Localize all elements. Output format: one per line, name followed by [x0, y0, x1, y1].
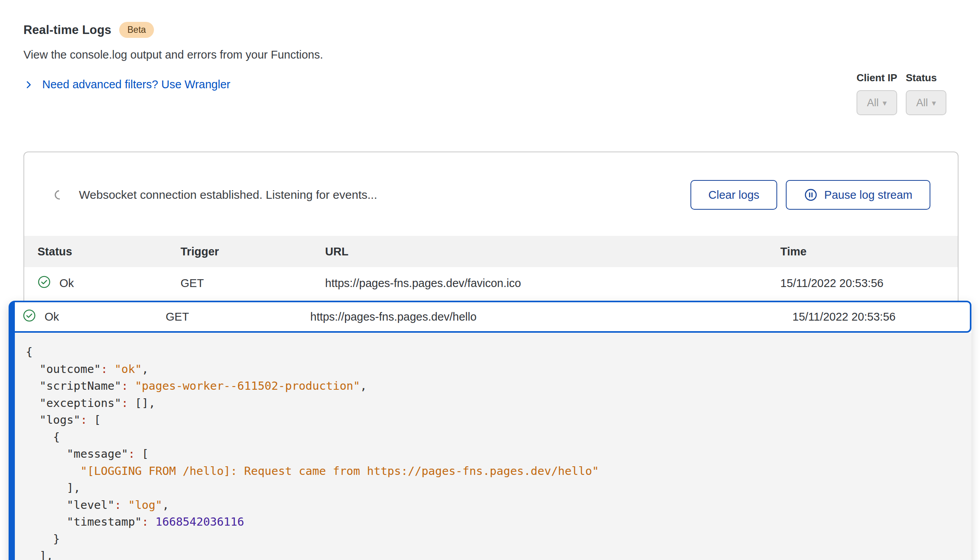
row-status: Ok	[59, 277, 74, 290]
status-filter-label: Status	[906, 72, 937, 84]
log-detail-json-panel: { "outcome": "ok", "scriptName": "pages-…	[15, 333, 971, 560]
status-filter-dropdown[interactable]: All ▾	[906, 90, 946, 115]
clear-logs-button-label: Clear logs	[708, 189, 760, 202]
caret-down-icon: ▾	[932, 99, 936, 107]
clear-logs-button[interactable]: Clear logs	[690, 180, 778, 210]
row-trigger: GET	[181, 277, 325, 290]
row-trigger: GET	[166, 310, 310, 323]
log-filters: Client IP All ▾ Status All ▾	[857, 72, 946, 115]
row-url: https://pages-fns.pages.dev/hello	[310, 310, 792, 323]
row-status: Ok	[45, 310, 59, 323]
pause-log-stream-button[interactable]: Pause log stream	[786, 180, 930, 210]
wrangler-link-row[interactable]: Need advanced filters? Use Wrangler	[23, 78, 230, 91]
expanded-log-entry: Ok GET https://pages-fns.pages.dev/hello…	[9, 301, 971, 560]
client-ip-filter-value: All	[867, 97, 879, 109]
beta-badge: Beta	[119, 22, 154, 38]
check-circle-icon	[38, 275, 51, 291]
row-time: 15/11/2022 20:53:56	[780, 277, 944, 290]
status-filter-group: Status All ▾	[906, 72, 946, 115]
page-subtitle: View the console.log output and errors f…	[23, 48, 957, 61]
log-table-row-selected[interactable]: Ok GET https://pages-fns.pages.dev/hello…	[15, 301, 971, 333]
column-header-time: Time	[780, 245, 944, 258]
json-code: { "outcome": "ok", "scriptName": "pages-…	[26, 344, 956, 560]
pause-log-stream-button-label: Pause log stream	[824, 189, 912, 202]
column-header-trigger: Trigger	[181, 245, 325, 258]
check-circle-icon	[23, 309, 36, 325]
logs-card: Websocket connection established. Listen…	[23, 152, 959, 560]
log-table-row[interactable]: Ok GET https://pages-fns.pages.dev/favic…	[24, 267, 958, 299]
status-filter-value: All	[916, 97, 928, 109]
page-header: Real-time Logs Beta View the console.log…	[0, 0, 980, 91]
client-ip-filter-dropdown[interactable]: All ▾	[857, 90, 897, 115]
column-header-status: Status	[38, 245, 181, 258]
log-table-header: Status Trigger URL Time	[24, 236, 958, 267]
caret-down-icon: ▾	[883, 99, 887, 107]
wrangler-link[interactable]: Need advanced filters? Use Wrangler	[42, 78, 230, 91]
row-url: https://pages-fns.pages.dev/favicon.ico	[325, 277, 780, 290]
client-ip-filter-group: Client IP All ▾	[857, 72, 897, 115]
client-ip-filter-label: Client IP	[857, 72, 897, 84]
row-time: 15/11/2022 20:53:56	[792, 310, 957, 323]
chevron-right-icon	[23, 80, 34, 90]
column-header-url: URL	[325, 245, 780, 258]
websocket-status-text: Websocket connection established. Listen…	[79, 188, 377, 202]
websocket-status-bar: Websocket connection established. Listen…	[24, 152, 958, 236]
page-title: Real-time Logs	[23, 23, 111, 37]
loading-spinner-icon	[53, 188, 66, 202]
pause-circle-icon	[804, 188, 818, 202]
